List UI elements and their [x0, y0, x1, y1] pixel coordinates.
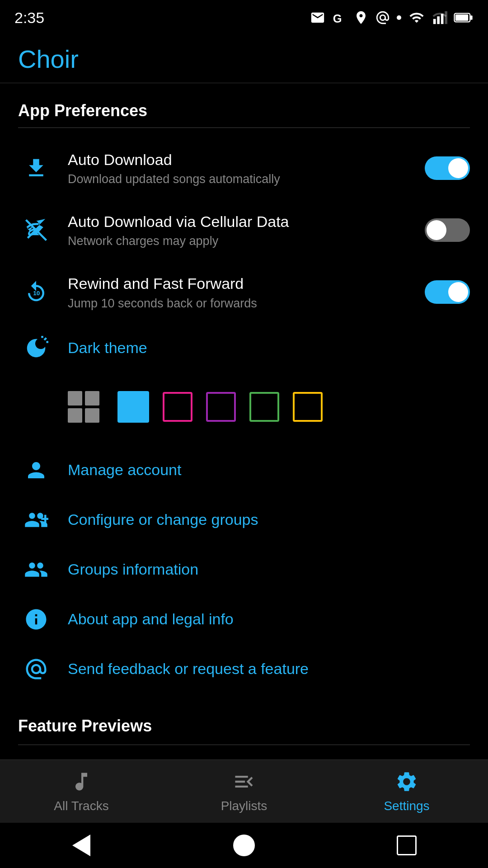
signal-icon: [432, 10, 447, 25]
all-tracks-label: All Tracks: [54, 799, 108, 813]
person-icon-container: [18, 458, 54, 482]
gear-icon: [395, 770, 418, 793]
app-preferences-title: App Preferences: [18, 101, 470, 120]
app-title: Choir: [18, 44, 470, 74]
theme-color-green[interactable]: [249, 392, 279, 422]
auto-download-title: Auto Download: [68, 150, 416, 170]
manage-account-text: Manage account: [68, 460, 470, 480]
svg-rect-3: [441, 14, 444, 24]
configure-groups-item[interactable]: Configure or change groups: [0, 495, 488, 545]
person-icon: [24, 458, 48, 482]
cellular-subtitle: Network charges may apply: [68, 234, 416, 248]
configure-groups-text: Configure or change groups: [68, 509, 470, 529]
theme-color-row: [0, 382, 488, 436]
groups-information-item[interactable]: Groups information: [0, 545, 488, 594]
send-feedback-item[interactable]: Send feedback or request a feature: [0, 644, 488, 694]
status-time: 2:35: [14, 9, 44, 27]
cellular-toggle-container[interactable]: [425, 218, 470, 242]
info-icon-container: [18, 607, 54, 632]
status-icons: G: [310, 10, 474, 25]
about-app-title: About app and legal info: [68, 609, 470, 629]
no-wifi-icon: [24, 218, 48, 242]
feature-previews-divider: [18, 745, 470, 745]
settings-label: Settings: [384, 799, 429, 813]
rewind-icon-container: 10: [18, 280, 54, 304]
at-icon: [375, 10, 390, 25]
manage-account-title: Manage account: [68, 460, 470, 480]
cellular-toggle[interactable]: [425, 218, 470, 242]
recent-square: [397, 835, 417, 855]
playlist-icon: [232, 770, 256, 793]
grid-cell-2: [85, 391, 99, 406]
links-list: Manage account Configure or change group…: [0, 436, 488, 703]
home-button[interactable]: [230, 832, 258, 859]
about-app-item[interactable]: About app and legal info: [0, 594, 488, 644]
battery-icon: [454, 10, 474, 25]
cellular-text: Auto Download via Cellular Data Network …: [68, 212, 416, 248]
rewind-toggle-container[interactable]: [425, 280, 470, 304]
auto-download-toggle[interactable]: [425, 156, 470, 180]
google-icon: G: [332, 10, 347, 25]
grid-cell-4: [85, 408, 99, 423]
about-app-text: About app and legal info: [68, 609, 470, 629]
groups-icon-container: [18, 557, 54, 582]
grid-cell-3: [68, 408, 82, 423]
theme-grid-icon: [68, 391, 99, 423]
manage-account-item[interactable]: Manage account: [0, 445, 488, 495]
feature-previews-title: Feature Previews: [18, 717, 470, 736]
settings-list: Auto Download Download updated songs aut…: [0, 128, 488, 382]
theme-color-purple[interactable]: [206, 392, 236, 422]
svg-line-10: [44, 338, 47, 340]
auto-download-toggle-container[interactable]: [425, 156, 470, 180]
groups-information-title: Groups information: [68, 559, 470, 579]
download-icon: [24, 156, 48, 180]
configure-groups-title: Configure or change groups: [68, 509, 470, 529]
svg-rect-4: [445, 11, 447, 24]
svg-rect-2: [437, 16, 440, 24]
send-feedback-text: Send feedback or request a feature: [68, 659, 470, 679]
dark-theme-title: Dark theme: [68, 338, 470, 358]
rewind-toggle[interactable]: [425, 280, 470, 304]
dark-theme-text: Dark theme: [68, 338, 470, 358]
status-bar: 2:35 G: [0, 0, 488, 32]
recent-button[interactable]: [393, 832, 420, 859]
theme-color-pink[interactable]: [163, 392, 192, 422]
mail-icon: [310, 10, 325, 25]
rewind-subtitle: Jump 10 seconds back or forwards: [68, 297, 416, 311]
wifi-icon: [408, 10, 426, 25]
svg-rect-6: [455, 14, 468, 21]
playlists-label: Playlists: [221, 799, 267, 813]
theme-color-yellow[interactable]: [293, 392, 323, 422]
cellular-title: Auto Download via Cellular Data: [68, 212, 416, 231]
svg-text:G: G: [333, 12, 342, 25]
nav-settings[interactable]: Settings: [325, 770, 488, 813]
back-button[interactable]: [68, 832, 95, 859]
auto-download-text: Auto Download Download updated songs aut…: [68, 150, 416, 186]
auto-download-cellular-item[interactable]: Auto Download via Cellular Data Network …: [0, 199, 488, 261]
svg-text:10: 10: [33, 290, 40, 297]
at-feedback-icon: [24, 657, 48, 681]
nav-all-tracks[interactable]: All Tracks: [0, 770, 163, 813]
dark-theme-icon-container: [18, 336, 54, 360]
rewind10-icon: 10: [24, 280, 48, 304]
app-preferences-header: App Preferences: [0, 83, 488, 127]
send-feedback-title: Send feedback or request a feature: [68, 659, 470, 679]
rewind-title: Rewind and Fast Forward: [68, 274, 416, 293]
theme-color-cyan[interactable]: [117, 391, 149, 423]
dark-theme-item[interactable]: Dark theme: [0, 323, 488, 373]
rewind-text: Rewind and Fast Forward Jump 10 seconds …: [68, 274, 416, 310]
groups-icon: [24, 557, 48, 582]
svg-rect-1: [433, 19, 436, 24]
dot-indicator: [397, 15, 401, 20]
auto-download-subtitle: Download updated songs automatically: [68, 172, 416, 186]
music-note-icon: [70, 770, 93, 793]
feature-previews-header: Feature Previews: [0, 703, 488, 745]
rewind-forward-item[interactable]: 10 Rewind and Fast Forward Jump 10 secon…: [0, 261, 488, 323]
home-circle: [233, 835, 255, 856]
group-add-icon: [24, 508, 48, 532]
auto-download-item[interactable]: Auto Download Download updated songs aut…: [0, 137, 488, 199]
download-icon-container: [18, 156, 54, 180]
groups-information-text: Groups information: [68, 559, 470, 579]
toggle-knob-rewind: [448, 282, 468, 302]
nav-playlists[interactable]: Playlists: [163, 770, 325, 813]
